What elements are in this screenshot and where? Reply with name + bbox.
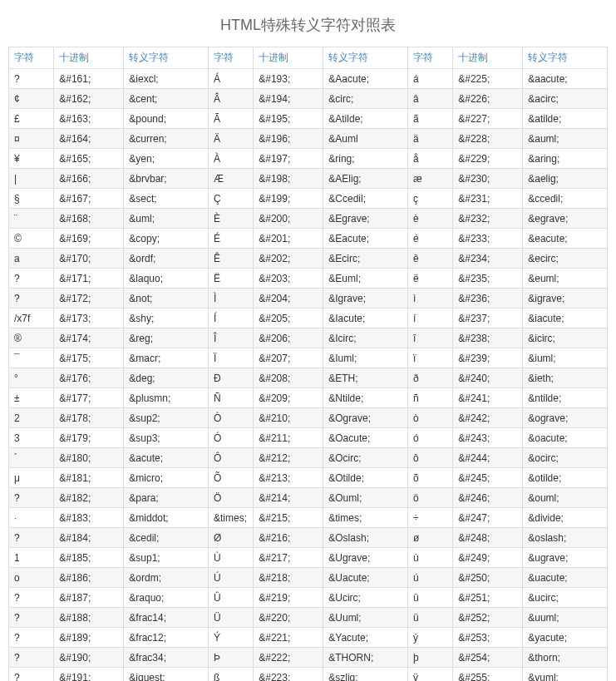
table-cell: ° (9, 368, 54, 388)
table-cell: &#197; (254, 149, 323, 169)
table-cell: &ecirc; (523, 249, 608, 269)
table-cell: 2 (9, 408, 54, 428)
table-cell: ü (407, 608, 452, 628)
table-cell: &#181; (54, 468, 124, 488)
table-cell: &#203; (254, 269, 323, 289)
table-cell: &iuml; (523, 348, 608, 368)
table-cell: £ (9, 109, 54, 129)
table-cell: Ñ (208, 388, 253, 408)
table-cell: &Eacute; (323, 229, 408, 249)
table-cell: &#170; (54, 249, 124, 269)
table-cell: Ù (208, 548, 253, 568)
table-cell: &not; (124, 289, 209, 308)
table-cell: &Ouml; (323, 488, 408, 508)
table-cell: &#204; (254, 289, 323, 308)
table-cell: &igrave; (523, 289, 608, 308)
table-row: ?&#189;&frac12;Ý&#221;&Yacute;ý&#253;&ya… (9, 628, 608, 648)
table-cell: Ø (208, 528, 253, 548)
table-cell: Ë (208, 269, 253, 289)
table-cell: &#184; (54, 528, 124, 548)
table-cell: &Ntilde; (323, 388, 408, 408)
table-cell: Ý (208, 628, 253, 648)
table-cell: &Egrave; (323, 209, 408, 229)
table-row: 2&#178;&sup2;Ò&#210;&Ograve;ò&#242;&ogra… (9, 408, 608, 428)
table-cell: &Aacute; (323, 69, 408, 89)
table-cell: &euml; (523, 269, 608, 289)
table-cell: &Oslash; (323, 528, 408, 548)
table-cell: æ (407, 169, 452, 189)
page-title: HTML特殊转义字符对照表 (8, 15, 608, 35)
table-cell: &Yacute; (323, 628, 408, 648)
table-cell: &Atilde; (323, 109, 408, 129)
table-cell: ã (407, 109, 452, 129)
table-cell: &acirc; (523, 89, 608, 109)
table-cell: ? (9, 668, 54, 682)
table-cell: ¢ (9, 89, 54, 109)
table-cell: &egrave; (523, 209, 608, 229)
col-header: 字符 (208, 47, 253, 69)
col-header: 转义字符 (323, 47, 408, 69)
table-cell: Ì (208, 289, 253, 308)
table-cell: &Euml; (323, 269, 408, 289)
table-cell: 1 (9, 548, 54, 568)
table-cell: ó (407, 428, 452, 448)
table-cell: &#219; (254, 588, 323, 608)
table-cell: &#211; (254, 428, 323, 448)
table-cell: î (407, 328, 452, 348)
table-cell: &times; (323, 508, 408, 528)
table-cell: &#176; (54, 368, 124, 388)
table-cell: &#227; (453, 109, 523, 129)
table-cell: &Ocirc; (323, 448, 408, 468)
table-row: a&#170;&ordf;Ê&#202;&Ecirc;ê&#234;&ecirc… (9, 249, 608, 269)
table-cell: &divide; (523, 508, 608, 528)
col-header: 字符 (407, 47, 452, 69)
table-cell: Ó (208, 428, 253, 448)
table-cell: ± (9, 388, 54, 408)
table-cell: ë (407, 269, 452, 289)
table-cell: &macr; (124, 348, 209, 368)
table-cell: ô (407, 448, 452, 468)
table-body: ?&#161;&iexcl;Á&#193;&Aacute;á&#225;&aac… (9, 69, 608, 682)
table-cell: É (208, 229, 253, 249)
table-cell: &#230; (453, 169, 523, 189)
table-cell: &frac12; (124, 628, 209, 648)
table-cell: &#216; (254, 528, 323, 548)
table-cell: &aelig; (523, 169, 608, 189)
table-cell: &#180; (54, 448, 124, 468)
table-cell: &#233; (453, 229, 523, 249)
table-cell: &uuml; (523, 608, 608, 628)
table-cell: &plusmn; (124, 388, 209, 408)
table-cell: ? (9, 628, 54, 648)
table-cell: &#189; (54, 628, 124, 648)
table-cell: &#250; (453, 568, 523, 588)
table-row: ?&#172;&not;Ì&#204;&Igrave;ì&#236;&igrav… (9, 289, 608, 308)
table-cell: Ê (208, 249, 253, 269)
table-cell: &ccedil; (523, 189, 608, 209)
table-cell: ? (9, 588, 54, 608)
table-cell: &#215; (254, 508, 323, 528)
table-cell: Ô (208, 448, 253, 468)
table-cell: © (9, 229, 54, 249)
table-cell: å (407, 149, 452, 169)
table-cell: &#255; (453, 668, 523, 682)
table-cell: &sect; (124, 189, 209, 209)
table-cell: &oslash; (523, 528, 608, 548)
table-row: ´&#180;&acute;Ô&#212;&Ocirc;ô&#244;&ocir… (9, 448, 608, 468)
table-cell: &#178; (54, 408, 124, 428)
escape-table: 字符 十进制 转义字符 字符 十进制 转义字符 字符 十进制 转义字符 ?&#1… (8, 47, 608, 681)
table-cell: &#200; (254, 209, 323, 229)
table-cell: ? (9, 528, 54, 548)
table-cell: Â (208, 89, 253, 109)
table-cell: â (407, 89, 452, 109)
table-cell: ? (9, 488, 54, 508)
table-cell: &Otilde; (323, 468, 408, 488)
table-row: ?&#182;&para;Ö&#214;&Ouml;ö&#246;&ouml; (9, 488, 608, 508)
table-cell: ? (9, 289, 54, 308)
table-cell: &#207; (254, 348, 323, 368)
table-cell: Î (208, 328, 253, 348)
table-cell: &#221; (254, 628, 323, 648)
table-cell: &curren; (124, 129, 209, 149)
table-cell: &Uacute; (323, 568, 408, 588)
table-cell: &#190; (54, 648, 124, 668)
table-row: ¯&#175;&macr;Ï&#207;&Iuml;ï&#239;&iuml; (9, 348, 608, 368)
